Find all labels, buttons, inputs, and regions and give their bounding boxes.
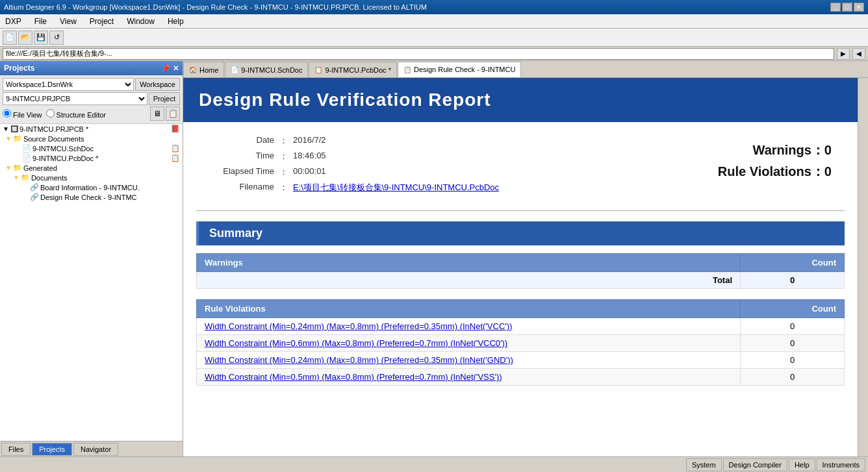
- tree-item-project[interactable]: ▼ 🔲 9-INTMCU.PRJPCB * 📕: [0, 124, 183, 134]
- summary-stats: Warnings：0 Rule Violations：0: [718, 135, 832, 184]
- workspace-button[interactable]: Workspace: [135, 78, 180, 91]
- toolbar-open[interactable]: 📂: [18, 31, 32, 45]
- filename-link[interactable]: E:\项目七集\转接板合集\9-INTMCU\9-INTMCU.PcbDoc: [293, 182, 499, 193]
- panel-header-icons: 📌 ✕: [161, 64, 179, 73]
- warnings-total-label: Total: [197, 272, 741, 289]
- violation-count: 0: [741, 352, 845, 369]
- title-bar-buttons: _ □ ✕: [830, 3, 864, 12]
- tree-item-drc[interactable]: 🔗 Design Rule Check - 9-INTMC: [0, 192, 183, 202]
- menu-help[interactable]: Help: [165, 16, 186, 27]
- structure-radio-label[interactable]: Structure Editor: [46, 109, 106, 119]
- view-row: File View Structure Editor 🖥 📋: [3, 106, 180, 121]
- elapsed-colon: ：: [279, 166, 288, 178]
- filename-row: Filename ： E:\项目七集\转接板合集\9-INTMCU\9-INTM…: [209, 182, 499, 193]
- tab-files[interactable]: Files: [1, 443, 31, 456]
- address-go-btn[interactable]: ▶: [837, 48, 850, 60]
- project-icon: 🔲: [10, 125, 18, 132]
- date-label: Date: [209, 135, 274, 147]
- menu-dxp[interactable]: DXP: [3, 16, 24, 27]
- warnings-stat: Warnings：0: [718, 142, 832, 159]
- date-row: Date ： 2016/7/2: [209, 135, 499, 147]
- info-table: Date ： 2016/7/2 Time ： 18:46:05 Elapsed …: [209, 135, 499, 197]
- panel-icon-btn-2[interactable]: 📋: [166, 106, 180, 121]
- pcb-file-icon: 📋: [171, 154, 180, 162]
- tree-label-drc: Design Rule Check - 9-INTMC: [40, 193, 137, 201]
- vertical-scrollbar[interactable]: [858, 78, 868, 456]
- menu-view[interactable]: View: [57, 16, 79, 27]
- violation-link[interactable]: Width Constraint (Min=0.5mm) (Max=0.8mm)…: [205, 372, 502, 382]
- tree-item-documents[interactable]: ▼ 📁 Documents: [0, 173, 183, 182]
- status-system[interactable]: System: [686, 458, 722, 471]
- address-input[interactable]: [3, 48, 834, 60]
- file-view-radio-label[interactable]: File View: [3, 109, 42, 119]
- report-icon-board: 🔗: [30, 183, 39, 192]
- violations-header-row: Rule Violations Count: [197, 300, 845, 318]
- toolbar-save[interactable]: 💾: [34, 31, 48, 45]
- tree-item-schdoc[interactable]: 📄 9-INTMCU.SchDoc 📋: [0, 143, 183, 153]
- drc-tab-icon: 📋: [403, 66, 411, 73]
- warnings-total-value: 0: [741, 272, 845, 289]
- file-view-radio[interactable]: [3, 109, 11, 118]
- minimize-button[interactable]: _: [830, 3, 841, 12]
- folder-expand-icon: ▼: [5, 135, 12, 142]
- address-back-btn[interactable]: ◀: [852, 48, 865, 60]
- violation-count: 0: [741, 369, 845, 386]
- elapsed-value: 00:00:01: [293, 166, 326, 178]
- tab-pcbdoc[interactable]: 📋 9-INTMCU.PcbDoc *: [309, 62, 396, 77]
- tree-label-documents: Documents: [31, 174, 68, 182]
- maximize-button[interactable]: □: [842, 3, 852, 12]
- violation-link[interactable]: Width Constraint (Min=0.24mm) (Max=0.8mm…: [205, 355, 513, 365]
- project-tree: ▼ 🔲 9-INTMCU.PRJPCB * 📕 ▼ 📁 Source Docum…: [0, 124, 183, 441]
- main-layout: Projects 📌 ✕ Workspace1.DsnWrk Workspace…: [0, 61, 868, 456]
- summary-section: Summary Warnings Count: [183, 221, 858, 386]
- folder-icon-source: 📁: [13, 134, 22, 143]
- tab-projects[interactable]: Projects: [32, 443, 72, 456]
- violations-row: Width Constraint (Min=0.24mm) (Max=0.8mm…: [197, 352, 845, 369]
- section-header-summary: Summary: [196, 221, 845, 245]
- tab-drc[interactable]: 📋 Design Rule Check - 9-INTMCU: [398, 62, 521, 77]
- project-button[interactable]: Project: [149, 92, 180, 105]
- violations-stat: Rule Violations：0: [718, 163, 832, 180]
- folder-expand-generated: ▼: [5, 164, 12, 171]
- tab-drc-label: Design Rule Check - 9-INTMCU: [414, 66, 515, 73]
- tab-schdoc[interactable]: 📄 9-INTMCU.SchDoc: [225, 62, 308, 77]
- tree-item-pcbdoc[interactable]: 📄 9-INTMCU.PcbDoc * 📋: [0, 153, 183, 163]
- report-icon-drc: 🔗: [30, 193, 39, 201]
- workspace-select[interactable]: Workspace1.DsnWrk: [3, 78, 134, 91]
- status-help[interactable]: Help: [789, 458, 815, 471]
- menu-project[interactable]: Project: [87, 16, 116, 27]
- panel-icon-btn-1[interactable]: 🖥: [150, 106, 164, 121]
- menu-file[interactable]: File: [32, 16, 49, 27]
- tab-navigator[interactable]: Navigator: [73, 443, 118, 456]
- tab-home[interactable]: 🏠 Home: [183, 62, 224, 77]
- expand-icon: ▼: [3, 125, 9, 132]
- tree-item-source-docs[interactable]: ▼ 📁 Source Documents: [0, 134, 183, 143]
- time-colon: ：: [279, 151, 288, 162]
- bottom-tabs: Files Projects Navigator: [0, 441, 183, 456]
- violation-link[interactable]: Width Constraint (Min=0.6mm) (Max=0.8mm)…: [205, 338, 507, 348]
- tab-bar: 🏠 Home 📄 9-INTMCU.SchDoc 📋 9-INTMCU.PcbD…: [183, 61, 868, 78]
- toolbar-refresh[interactable]: ↺: [49, 31, 64, 45]
- violation-link[interactable]: Width Constraint (Min=0.24mm) (Max=0.8mm…: [205, 321, 512, 331]
- divider-1: [196, 210, 845, 211]
- project-select[interactable]: 9-INTMCU.PRJPCB: [3, 92, 147, 105]
- summary-title: Summary: [209, 227, 262, 240]
- violations-row: Width Constraint (Min=0.6mm) (Max=0.8mm)…: [197, 335, 845, 352]
- report-header: Design Rule Verification Report: [183, 78, 858, 122]
- violations-count-header: Count: [741, 300, 845, 318]
- panel-pin-icon[interactable]: 📌: [161, 64, 170, 73]
- date-value: 2016/7/2: [293, 135, 326, 147]
- tree-label-generated: Generated: [23, 164, 57, 172]
- close-button[interactable]: ✕: [854, 3, 864, 12]
- panel-controls: Workspace1.DsnWrk Workspace 9-INTMCU.PRJ…: [0, 75, 183, 124]
- tree-label-board-info: Board Information - 9-INTMCU.: [40, 184, 140, 192]
- tree-item-generated[interactable]: ▼ 📁 Generated: [0, 163, 183, 173]
- status-instruments[interactable]: Instruments: [817, 458, 865, 471]
- toolbar-new[interactable]: 📄: [3, 31, 17, 45]
- status-design-compiler[interactable]: Design Compiler: [723, 458, 787, 471]
- panel-close-icon[interactable]: ✕: [173, 64, 179, 73]
- menu-window[interactable]: Window: [124, 16, 157, 27]
- structure-radio[interactable]: [46, 109, 55, 118]
- panel-title: Projects: [4, 64, 34, 73]
- tree-item-board-info[interactable]: 🔗 Board Information - 9-INTMCU.: [0, 182, 183, 192]
